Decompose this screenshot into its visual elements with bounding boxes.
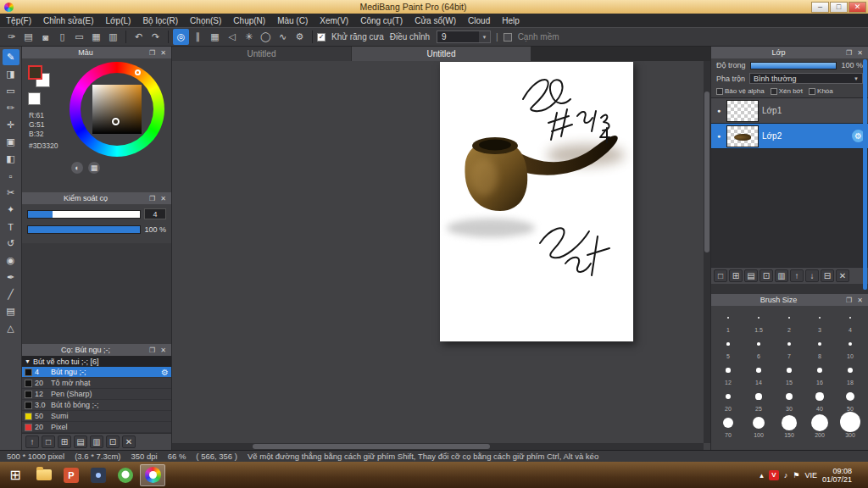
move-tool-icon[interactable]: ✛ [3, 117, 19, 133]
layer-row[interactable]: ● Lớp1 [711, 98, 868, 124]
popout-icon[interactable]: ❐ [844, 49, 854, 57]
brush-size-option[interactable]: 15 [774, 361, 804, 387]
brush-size-option[interactable]: 7 [774, 335, 804, 361]
blend-mode-dropdown[interactable]: Bình thường ▼ [749, 73, 863, 84]
brush-size-option[interactable]: 20 [713, 387, 743, 413]
snap-off-icon[interactable]: ◎ [173, 29, 189, 45]
marquee-tool-icon[interactable]: ▫ [3, 168, 19, 184]
fill-tool-icon[interactable]: ▣ [3, 134, 19, 150]
clipping-checkbox[interactable] [771, 88, 777, 95]
medibang-taskbar-icon[interactable] [140, 464, 165, 486]
eyedropper-tool-icon[interactable]: ◉ [3, 252, 19, 269]
brush-item[interactable]: 4 Bút ngu ;-; ⚙ [22, 367, 171, 378]
file-explorer-taskbar-icon[interactable] [31, 464, 57, 486]
vertical-scrollbar[interactable] [704, 61, 710, 443]
menu-item-file[interactable]: Tệp(F) [0, 14, 37, 27]
brush-size-option[interactable]: 4 [835, 308, 865, 335]
close-icon[interactable]: ✕ [159, 195, 168, 202]
vertical-scrollbar-thumb[interactable] [704, 92, 709, 252]
popout-icon[interactable]: ❐ [147, 195, 157, 202]
menu-item-view[interactable]: Xem(V) [314, 14, 354, 27]
layers-panel-scrollbar[interactable] [863, 59, 867, 290]
app-taskbar-icon[interactable] [86, 464, 111, 486]
brush-size-option[interactable]: 18 [835, 361, 865, 387]
brush-size-option[interactable]: 3 [804, 308, 835, 335]
brush-size-option[interactable]: 1 [713, 308, 743, 335]
snap-ellipse-icon[interactable]: ◯ [258, 29, 274, 45]
materials-icon[interactable]: ▥ [105, 29, 121, 45]
brush-size-option[interactable]: 10 [835, 335, 865, 361]
collapse-arrow-icon[interactable]: ▼ [25, 358, 31, 364]
menu-item-cloud[interactable]: Cloud [462, 14, 496, 27]
rotate-tool-icon[interactable]: ↺ [3, 236, 19, 252]
transparent-color-swatch[interactable] [28, 92, 41, 105]
comment-icon[interactable]: ◙ [37, 29, 53, 45]
snap-parallel-icon[interactable]: ∥ [190, 29, 206, 45]
snap-grid-icon[interactable]: ▦ [207, 29, 223, 45]
menu-item-select[interactable]: Chọn(S) [184, 14, 227, 27]
divide-tool-icon[interactable]: ╱ [3, 286, 19, 302]
popout-icon[interactable]: ❐ [147, 49, 157, 57]
brush-size-option[interactable]: 150 [774, 413, 804, 440]
protect-alpha-option[interactable]: Bảo vệ alpha [716, 87, 765, 95]
brush-size-option[interactable]: 25 [743, 387, 774, 413]
measure-tool-icon[interactable]: △ [3, 320, 19, 336]
material-tool-icon[interactable]: ▤ [3, 303, 19, 319]
powerpoint-taskbar-icon[interactable]: P [58, 464, 84, 486]
duplicate-layer-icon[interactable]: ▤ [744, 269, 758, 282]
document-tab[interactable]: Untitled [172, 47, 352, 61]
close-icon[interactable]: ✕ [159, 347, 168, 354]
close-icon[interactable]: ✕ [855, 49, 865, 57]
move-layer-up-icon[interactable]: ↑ [790, 269, 804, 282]
popout-icon[interactable]: ❐ [844, 297, 854, 304]
horizontal-scrollbar-thumb[interactable] [253, 444, 490, 449]
color-wheel[interactable] [70, 62, 164, 157]
brush-size-slider[interactable] [27, 210, 141, 219]
add-folder-icon[interactable]: ▤ [74, 435, 87, 448]
canvas[interactable] [440, 62, 633, 341]
snap-curve-icon[interactable]: ∿ [275, 29, 291, 45]
antialias-checkbox[interactable]: ✓ [317, 33, 326, 42]
antivirus-tray-icon[interactable]: V [769, 470, 779, 480]
brush-size-option[interactable]: 8 [804, 335, 835, 361]
snap-settings-icon[interactable]: ⚙ [292, 29, 308, 45]
brush-size-option[interactable]: 50 [835, 387, 865, 413]
brush-size-option[interactable]: 1.5 [743, 308, 774, 335]
page-portrait-icon[interactable]: ▯ [54, 29, 70, 45]
brush-opacity-slider[interactable] [27, 225, 141, 234]
undo-icon[interactable]: ↶ [131, 29, 147, 45]
brush-tool-icon[interactable]: ✎ [3, 49, 19, 65]
text-tool-icon[interactable]: T [3, 219, 19, 235]
brush-size-option[interactable]: 30 [774, 387, 804, 413]
canvas-viewport[interactable] [172, 61, 704, 443]
visibility-eye-icon[interactable]: ● [715, 108, 723, 114]
lock-checkbox[interactable] [809, 88, 815, 95]
snap-radial-icon[interactable]: ✳ [241, 29, 257, 45]
browser-taskbar-icon[interactable] [113, 464, 138, 486]
combine-layer-icon[interactable]: ⊟ [821, 269, 834, 282]
menu-item-window[interactable]: Cửa sổ(W) [409, 14, 462, 27]
pen-tool-icon[interactable]: ✒ [3, 269, 19, 286]
network-icon[interactable]: ⚑ [793, 471, 799, 480]
volume-icon[interactable]: ♪ [784, 471, 788, 480]
page-landscape-icon[interactable]: ▭ [71, 29, 87, 45]
snap-vanishing-icon[interactable]: ◁ [224, 29, 240, 45]
brush-size-option[interactable]: 40 [804, 387, 835, 413]
brush-2-tool-icon[interactable]: ✏ [3, 100, 19, 116]
menu-item-edit[interactable]: Chỉnh sửa(E) [37, 14, 100, 27]
start-button[interactable]: ⊞ [0, 462, 31, 488]
close-icon[interactable]: ✕ [159, 49, 168, 57]
popout-icon[interactable]: ❐ [147, 347, 157, 354]
delete-brush-icon[interactable]: ✕ [122, 435, 136, 448]
menu-item-color[interactable]: Màu (C) [271, 14, 314, 27]
brush-size-option[interactable]: 6 [743, 335, 774, 361]
protect-alpha-checkbox[interactable] [716, 88, 723, 95]
menu-item-help[interactable]: Help [496, 14, 526, 27]
brush-item[interactable]: 20 Pixel [22, 422, 171, 433]
language-indicator[interactable]: VIE [804, 471, 817, 480]
gradient-tool-icon[interactable]: ◧ [3, 151, 19, 167]
grid-icon[interactable]: ▦ [88, 29, 104, 45]
brush-size-option[interactable]: 16 [804, 361, 835, 387]
menu-item-tools[interactable]: Công cụ(T) [354, 14, 409, 27]
brush-item[interactable]: 3.0 Bút tô bóng ;-; [22, 400, 171, 411]
